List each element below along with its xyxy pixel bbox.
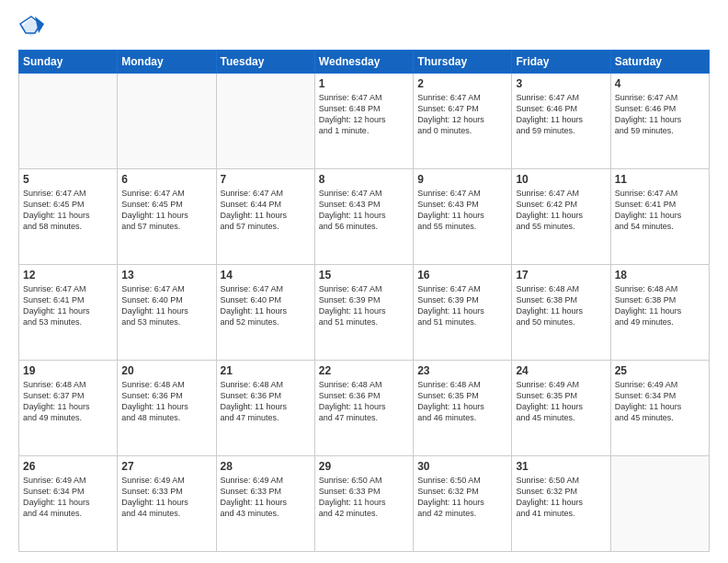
day-cell: 17Sunrise: 6:48 AM Sunset: 6:38 PM Dayli… — [512, 265, 610, 361]
day-number: 17 — [516, 269, 606, 282]
header — [18, 15, 710, 40]
calendar-header: SundayMondayTuesdayWednesdayThursdayFrid… — [19, 51, 710, 74]
day-number: 11 — [615, 173, 705, 186]
day-header-tuesday: Tuesday — [216, 51, 314, 74]
day-cell: 25Sunrise: 6:49 AM Sunset: 6:34 PM Dayli… — [610, 361, 709, 456]
day-cell: 24Sunrise: 6:49 AM Sunset: 6:35 PM Dayli… — [512, 361, 610, 456]
day-info: Sunrise: 6:49 AM Sunset: 6:35 PM Dayligh… — [516, 379, 606, 424]
day-info: Sunrise: 6:47 AM Sunset: 6:46 PM Dayligh… — [516, 92, 606, 137]
day-cell: 12Sunrise: 6:47 AM Sunset: 6:41 PM Dayli… — [19, 265, 118, 361]
day-cell: 20Sunrise: 6:48 AM Sunset: 6:36 PM Dayli… — [118, 361, 216, 456]
day-info: Sunrise: 6:48 AM Sunset: 6:36 PM Dayligh… — [221, 379, 311, 424]
day-info: Sunrise: 6:48 AM Sunset: 6:38 PM Dayligh… — [516, 283, 606, 328]
calendar-body: 1Sunrise: 6:47 AM Sunset: 6:48 PM Daylig… — [19, 74, 710, 552]
day-info: Sunrise: 6:50 AM Sunset: 6:33 PM Dayligh… — [319, 475, 409, 520]
day-info: Sunrise: 6:47 AM Sunset: 6:45 PM Dayligh… — [23, 188, 113, 233]
day-number: 19 — [23, 364, 113, 377]
day-cell: 22Sunrise: 6:48 AM Sunset: 6:36 PM Dayli… — [314, 361, 413, 456]
day-number: 31 — [516, 460, 606, 473]
day-info: Sunrise: 6:47 AM Sunset: 6:39 PM Dayligh… — [417, 283, 507, 328]
day-number: 13 — [121, 269, 211, 282]
day-header-thursday: Thursday — [414, 51, 512, 74]
day-info: Sunrise: 6:48 AM Sunset: 6:36 PM Dayligh… — [319, 379, 409, 424]
day-cell: 8Sunrise: 6:47 AM Sunset: 6:43 PM Daylig… — [314, 169, 413, 265]
day-number: 3 — [516, 77, 606, 90]
day-number: 14 — [221, 269, 311, 282]
day-info: Sunrise: 6:50 AM Sunset: 6:32 PM Dayligh… — [417, 475, 507, 520]
day-number: 10 — [516, 173, 606, 186]
day-cell: 6Sunrise: 6:47 AM Sunset: 6:45 PM Daylig… — [118, 169, 216, 265]
day-number: 20 — [121, 364, 211, 377]
day-cell: 29Sunrise: 6:50 AM Sunset: 6:33 PM Dayli… — [314, 456, 413, 552]
day-header-wednesday: Wednesday — [314, 51, 413, 74]
day-info: Sunrise: 6:47 AM Sunset: 6:48 PM Dayligh… — [319, 92, 409, 137]
page: SundayMondayTuesdayWednesdayThursdayFrid… — [0, 0, 728, 563]
day-number: 6 — [121, 173, 211, 186]
day-cell: 31Sunrise: 6:50 AM Sunset: 6:32 PM Dayli… — [512, 456, 610, 552]
day-number: 28 — [221, 460, 311, 473]
day-number: 24 — [516, 364, 606, 377]
day-cell: 27Sunrise: 6:49 AM Sunset: 6:33 PM Dayli… — [118, 456, 216, 552]
day-info: Sunrise: 6:48 AM Sunset: 6:38 PM Dayligh… — [615, 283, 705, 328]
day-cell: 5Sunrise: 6:47 AM Sunset: 6:45 PM Daylig… — [19, 169, 118, 265]
day-number: 12 — [23, 269, 113, 282]
day-cell: 23Sunrise: 6:48 AM Sunset: 6:35 PM Dayli… — [414, 361, 512, 456]
day-number: 8 — [319, 173, 409, 186]
week-row-4: 19Sunrise: 6:48 AM Sunset: 6:37 PM Dayli… — [19, 361, 710, 456]
header-row: SundayMondayTuesdayWednesdayThursdayFrid… — [19, 51, 710, 74]
day-cell: 30Sunrise: 6:50 AM Sunset: 6:32 PM Dayli… — [414, 456, 512, 552]
day-cell: 15Sunrise: 6:47 AM Sunset: 6:39 PM Dayli… — [314, 265, 413, 361]
week-row-5: 26Sunrise: 6:49 AM Sunset: 6:34 PM Dayli… — [19, 456, 710, 552]
day-info: Sunrise: 6:47 AM Sunset: 6:40 PM Dayligh… — [221, 283, 311, 328]
day-number: 22 — [319, 364, 409, 377]
day-cell: 16Sunrise: 6:47 AM Sunset: 6:39 PM Dayli… — [414, 265, 512, 361]
day-header-friday: Friday — [512, 51, 610, 74]
day-cell: 14Sunrise: 6:47 AM Sunset: 6:40 PM Dayli… — [216, 265, 314, 361]
day-info: Sunrise: 6:47 AM Sunset: 6:41 PM Dayligh… — [615, 188, 705, 233]
day-number: 27 — [121, 460, 211, 473]
day-cell: 19Sunrise: 6:48 AM Sunset: 6:37 PM Dayli… — [19, 361, 118, 456]
day-number: 9 — [417, 173, 507, 186]
day-cell — [610, 456, 709, 552]
day-info: Sunrise: 6:47 AM Sunset: 6:39 PM Dayligh… — [319, 283, 409, 328]
day-number: 2 — [417, 77, 507, 90]
day-cell: 2Sunrise: 6:47 AM Sunset: 6:47 PM Daylig… — [414, 74, 512, 169]
day-info: Sunrise: 6:47 AM Sunset: 6:41 PM Dayligh… — [23, 283, 113, 328]
day-info: Sunrise: 6:49 AM Sunset: 6:34 PM Dayligh… — [615, 379, 705, 424]
day-header-saturday: Saturday — [610, 51, 709, 74]
day-info: Sunrise: 6:47 AM Sunset: 6:40 PM Dayligh… — [121, 283, 211, 328]
day-cell: 28Sunrise: 6:49 AM Sunset: 6:33 PM Dayli… — [216, 456, 314, 552]
logo — [18, 15, 48, 40]
day-info: Sunrise: 6:48 AM Sunset: 6:36 PM Dayligh… — [121, 379, 211, 424]
day-cell: 21Sunrise: 6:48 AM Sunset: 6:36 PM Dayli… — [216, 361, 314, 456]
day-cell: 26Sunrise: 6:49 AM Sunset: 6:34 PM Dayli… — [19, 456, 118, 552]
day-info: Sunrise: 6:50 AM Sunset: 6:32 PM Dayligh… — [516, 475, 606, 520]
logo-icon — [18, 15, 44, 40]
day-info: Sunrise: 6:47 AM Sunset: 6:45 PM Dayligh… — [121, 188, 211, 233]
day-number: 4 — [615, 77, 705, 90]
day-info: Sunrise: 6:47 AM Sunset: 6:43 PM Dayligh… — [417, 188, 507, 233]
day-number: 18 — [615, 269, 705, 282]
day-info: Sunrise: 6:49 AM Sunset: 6:33 PM Dayligh… — [221, 475, 311, 520]
day-info: Sunrise: 6:47 AM Sunset: 6:44 PM Dayligh… — [221, 188, 311, 233]
day-cell: 1Sunrise: 6:47 AM Sunset: 6:48 PM Daylig… — [314, 74, 413, 169]
day-number: 1 — [319, 77, 409, 90]
day-cell: 10Sunrise: 6:47 AM Sunset: 6:42 PM Dayli… — [512, 169, 610, 265]
week-row-1: 1Sunrise: 6:47 AM Sunset: 6:48 PM Daylig… — [19, 74, 710, 169]
day-info: Sunrise: 6:47 AM Sunset: 6:43 PM Dayligh… — [319, 188, 409, 233]
day-cell: 3Sunrise: 6:47 AM Sunset: 6:46 PM Daylig… — [512, 74, 610, 169]
day-number: 25 — [615, 364, 705, 377]
day-number: 30 — [417, 460, 507, 473]
day-info: Sunrise: 6:48 AM Sunset: 6:37 PM Dayligh… — [23, 379, 113, 424]
day-cell: 18Sunrise: 6:48 AM Sunset: 6:38 PM Dayli… — [610, 265, 709, 361]
day-number: 29 — [319, 460, 409, 473]
day-number: 21 — [221, 364, 311, 377]
day-cell — [118, 74, 216, 169]
day-info: Sunrise: 6:47 AM Sunset: 6:47 PM Dayligh… — [417, 92, 507, 137]
day-info: Sunrise: 6:47 AM Sunset: 6:42 PM Dayligh… — [516, 188, 606, 233]
day-header-sunday: Sunday — [19, 51, 118, 74]
day-cell: 9Sunrise: 6:47 AM Sunset: 6:43 PM Daylig… — [414, 169, 512, 265]
day-number: 5 — [23, 173, 113, 186]
day-info: Sunrise: 6:48 AM Sunset: 6:35 PM Dayligh… — [417, 379, 507, 424]
week-row-3: 12Sunrise: 6:47 AM Sunset: 6:41 PM Dayli… — [19, 265, 710, 361]
